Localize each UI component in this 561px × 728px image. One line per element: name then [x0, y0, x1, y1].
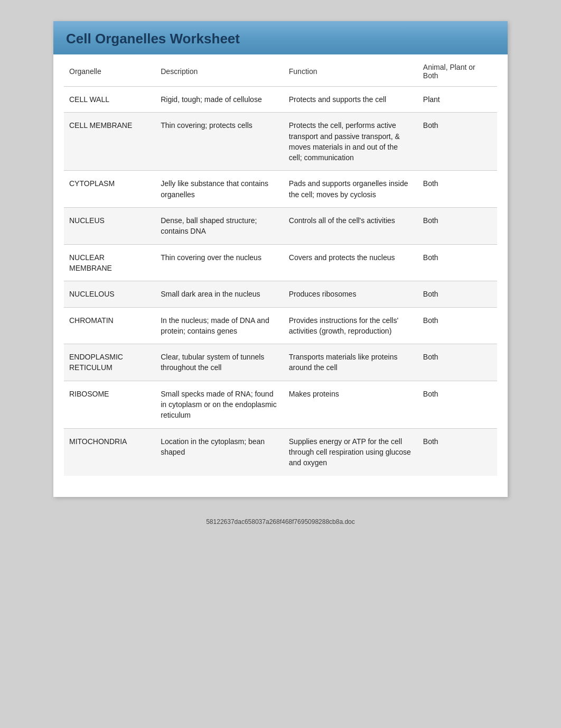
table-row: CHROMATINIn the nucleus; made of DNA and… [64, 307, 497, 344]
cell-function: Produces ribosomes [284, 281, 418, 307]
worksheet-header: Cell Organelles Worksheet [53, 21, 508, 54]
organelles-table: Organelle Description Function Animal, P… [64, 59, 497, 476]
cell-category: Both [418, 171, 497, 208]
cell-function: Makes proteins [284, 381, 418, 428]
cell-organelle-name: CYTOPLASM [64, 171, 155, 208]
table-row: CELL WALLRigid, tough; made of cellulose… [64, 87, 497, 113]
table-row: RIBOSOMESmall specks made of RNA; found … [64, 381, 497, 428]
cell-description: Rigid, tough; made of cellulose [155, 87, 284, 113]
worksheet-title: Cell Organelles Worksheet [66, 31, 240, 47]
table-header-row: Organelle Description Function Animal, P… [64, 59, 497, 87]
cell-function: Supplies energy or ATP for the cell thro… [284, 428, 418, 475]
cell-function: Protects and supports the cell [284, 87, 418, 113]
cell-organelle-name: CELL MEMBRANE [64, 113, 155, 171]
table-row: NUCLELOUSSmall dark area in the nucleusP… [64, 281, 497, 307]
cell-organelle-name: CHROMATIN [64, 307, 155, 344]
cell-description: Thin covering; protects cells [155, 113, 284, 171]
cell-organelle-name: NUCLELOUS [64, 281, 155, 307]
cell-function: Controls all of the cell's activities [284, 208, 418, 245]
table-row: ENDOPLASMIC RETICULUMClear, tubular syst… [64, 344, 497, 381]
cell-organelle-name: MITOCHONDRIA [64, 428, 155, 475]
cell-function: Transports materials like proteins aroun… [284, 344, 418, 381]
col-header-function: Function [284, 59, 418, 87]
table-wrapper: Organelle Description Function Animal, P… [53, 59, 508, 476]
cell-function: Provides instructions for the cells' act… [284, 307, 418, 344]
cell-description: Clear, tubular system of tunnels through… [155, 344, 284, 381]
cell-description: In the nucleus; made of DNA and protein;… [155, 307, 284, 344]
cell-category: Both [418, 381, 497, 428]
cell-description: Jelly like substance that contains organ… [155, 171, 284, 208]
cell-organelle-name: NUCLEUS [64, 208, 155, 245]
cell-description: Small specks made of RNA; found in cytop… [155, 381, 284, 428]
cell-description: Dense, ball shaped structure; contains D… [155, 208, 284, 245]
table-row: NUCLEUSDense, ball shaped structure; con… [64, 208, 497, 245]
cell-description: Small dark area in the nucleus [155, 281, 284, 307]
cell-category: Both [418, 208, 497, 245]
col-header-organelle: Organelle [64, 59, 155, 87]
col-header-description: Description [155, 59, 284, 87]
cell-category: Both [418, 428, 497, 475]
worksheet-page: Cell Organelles Worksheet Organelle Desc… [53, 21, 508, 497]
table-row: MITOCHONDRIALocation in the cytoplasm; b… [64, 428, 497, 475]
cell-description: Thin covering over the nucleus [155, 244, 284, 281]
cell-category: Both [418, 344, 497, 381]
cell-category: Both [418, 307, 497, 344]
cell-organelle-name: RIBOSOME [64, 381, 155, 428]
cell-description: Location in the cytoplasm; bean shaped [155, 428, 284, 475]
cell-organelle-name: NUCLEAR MEMBRANE [64, 244, 155, 281]
cell-category: Plant [418, 87, 497, 113]
cell-function: Protects the cell, performs active trans… [284, 113, 418, 171]
cell-organelle-name: CELL WALL [64, 87, 155, 113]
footer-doc-id: 58122637dac658037a268f468f7695098288cb8a… [206, 518, 355, 526]
col-header-category: Animal, Plant or Both [418, 59, 497, 87]
table-row: CYTOPLASMJelly like substance that conta… [64, 171, 497, 208]
cell-function: Pads and supports organelles inside the … [284, 171, 418, 208]
cell-category: Both [418, 244, 497, 281]
cell-category: Both [418, 113, 497, 171]
cell-function: Covers and protects the nucleus [284, 244, 418, 281]
table-row: CELL MEMBRANEThin covering; protects cel… [64, 113, 497, 171]
table-row: NUCLEAR MEMBRANEThin covering over the n… [64, 244, 497, 281]
cell-category: Both [418, 281, 497, 307]
cell-organelle-name: ENDOPLASMIC RETICULUM [64, 344, 155, 381]
